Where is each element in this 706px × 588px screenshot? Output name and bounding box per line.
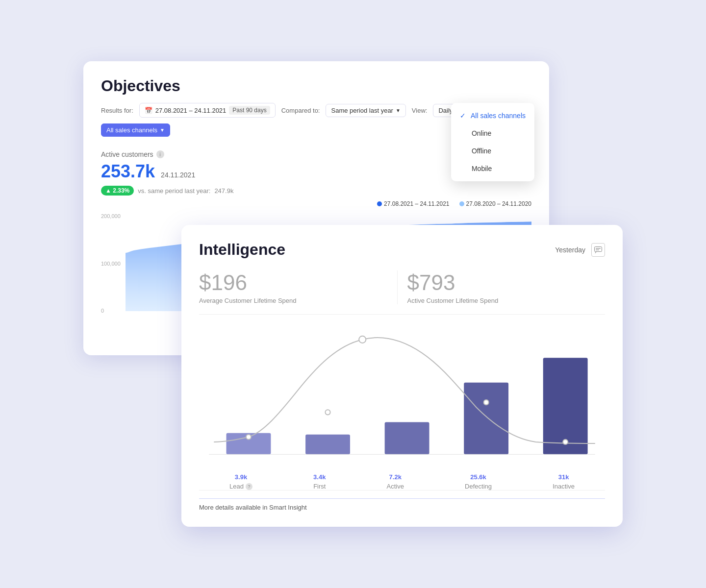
legend-label-2020: 27.08.2020 – 24.11.2020 <box>466 200 531 207</box>
message-icon[interactable] <box>591 243 605 257</box>
legend-label-2021: 27.08.2021 – 24.11.2021 <box>384 200 449 207</box>
dropdown-item-mobile[interactable]: Mobile <box>451 160 534 177</box>
dropdown-item-label-offline: Offline <box>472 147 491 155</box>
intelligence-header: Intelligence Yesterday <box>199 241 605 259</box>
avg-lifetime-spend-block: $196 Average Customer Lifetime Spend <box>199 270 397 304</box>
calendar-icon: 📅 <box>145 107 152 114</box>
bar-label-inactive: 31k Inactive <box>553 473 575 490</box>
change-badge: ▲ 2.33% <box>101 186 134 196</box>
bar-category-inactive: Inactive <box>553 483 575 490</box>
sales-channel-value: All sales channels <box>106 126 157 134</box>
bar-value-lead: 3.9k <box>235 473 247 481</box>
info-icon[interactable]: i <box>156 150 164 158</box>
intelligence-title: Intelligence <box>199 241 285 259</box>
svg-rect-0 <box>595 246 602 251</box>
check-icon: ✓ <box>460 112 466 120</box>
y-label-0: 0 <box>101 308 121 314</box>
dropdown-item-label: All sales channels <box>471 112 526 120</box>
metric-change-row: ▲ 2.33% vs. same period last year: 247.9… <box>101 186 531 196</box>
compared-to-dropdown[interactable]: Same period last year ▼ <box>326 104 405 117</box>
bar-category-lead: Lead ? <box>229 483 252 490</box>
footer-text: More details available in Smart Insight <box>199 504 307 511</box>
sales-channel-dropdown[interactable]: All sales channels ▼ <box>101 123 170 137</box>
active-lifetime-spend-block: $793 Active Customer Lifetime Spend <box>397 270 605 304</box>
intelligence-period: Yesterday <box>555 246 585 254</box>
active-lifetime-value: $793 <box>407 270 596 295</box>
y-label-200k: 200,000 <box>101 213 121 219</box>
dropdown-item-all[interactable]: ✓ All sales channels <box>451 107 534 124</box>
bar-value-active: 7.2k <box>389 473 402 481</box>
intelligence-footer: More details available in Smart Insight <box>199 490 605 511</box>
bar-active <box>385 422 429 455</box>
vs-value: 247.9k <box>214 187 233 195</box>
date-range-value: 27.08.2021 – 24.11.2021 <box>155 107 227 114</box>
bar-category-active: Active <box>387 483 404 490</box>
bar-label-active: 7.2k Active <box>387 473 404 490</box>
intelligence-meta: Yesterday <box>555 243 605 257</box>
avg-lifetime-desc: Average Customer Lifetime Spend <box>199 297 387 304</box>
bar-chart-svg <box>199 326 605 464</box>
bar-category-first: First <box>313 483 326 490</box>
bar-chart-labels: 3.9k Lead ? 3.4k First 7.2k Active 25.6k… <box>199 473 605 490</box>
bar-category-defecting: Defecting <box>465 483 492 490</box>
bar-label-first: 3.4k First <box>313 473 326 490</box>
chevron-down-icon: ▼ <box>396 108 401 113</box>
active-lifetime-desc: Active Customer Lifetime Spend <box>407 297 596 304</box>
metric-number: 253.7k <box>101 161 155 182</box>
results-for-label: Results for: <box>101 107 133 114</box>
info-icon-lead[interactable]: ? <box>246 483 252 490</box>
date-range-picker[interactable]: 📅 27.08.2021 – 24.11.2021 Past 90 days <box>139 103 276 118</box>
dropdown-item-label-mobile: Mobile <box>472 165 492 172</box>
compared-to-value: Same period last year <box>331 107 393 114</box>
legend-item-2021: 27.08.2021 – 24.11.2021 <box>377 200 449 207</box>
curve-dot-lead <box>246 435 251 440</box>
bar-label-lead: 3.9k Lead ? <box>229 473 252 490</box>
dropdown-item-offline[interactable]: Offline <box>451 142 534 160</box>
intelligence-bar-chart <box>199 326 605 464</box>
bar-value-inactive: 31k <box>558 473 569 481</box>
metric-date: 24.11.2021 <box>161 171 195 179</box>
legend-item-2020: 27.08.2020 – 24.11.2020 <box>459 200 531 207</box>
bar-value-defecting: 25.6k <box>470 473 486 481</box>
active-customers-label: Active customers <box>101 150 153 158</box>
bar-value-first: 3.4k <box>313 473 326 481</box>
avg-lifetime-value: $196 <box>199 270 387 295</box>
curve-dot-defecting <box>484 400 489 405</box>
dropdown-item-label-online: Online <box>472 129 491 137</box>
dropdown-item-online[interactable]: Online <box>451 124 534 142</box>
legend-dot-2021 <box>377 201 382 206</box>
bar-first <box>305 435 350 454</box>
curve-dot-first <box>325 410 330 415</box>
objectives-title: Objectives <box>101 77 531 95</box>
chart-y-labels: 200,000 100,000 0 <box>101 213 121 326</box>
intelligence-metrics-row: $196 Average Customer Lifetime Spend $79… <box>199 270 605 315</box>
bar-label-defecting: 25.6k Defecting <box>465 473 492 490</box>
footer-divider <box>199 498 605 499</box>
legend-dot-2020 <box>459 201 464 206</box>
chat-icon-svg <box>594 246 602 253</box>
y-label-100k: 100,000 <box>101 261 121 267</box>
period-badge: Past 90 days <box>229 106 270 115</box>
compared-to-label: Compared to: <box>281 107 320 114</box>
view-label: View: <box>412 107 428 114</box>
bar-defecting <box>464 383 508 454</box>
vs-label: vs. same period last year: <box>138 187 210 195</box>
chevron-down-icon-sales: ▼ <box>160 127 165 133</box>
curve-dot-peak <box>359 336 366 343</box>
curve-dot-inactive <box>563 440 568 444</box>
chart-legend: 27.08.2021 – 24.11.2021 27.08.2020 – 24.… <box>101 200 531 207</box>
sales-channel-dropdown-menu: ✓ All sales channels Online Offline Mobi… <box>451 103 534 181</box>
intelligence-card: Intelligence Yesterday $196 Average Cust… <box>181 225 623 527</box>
